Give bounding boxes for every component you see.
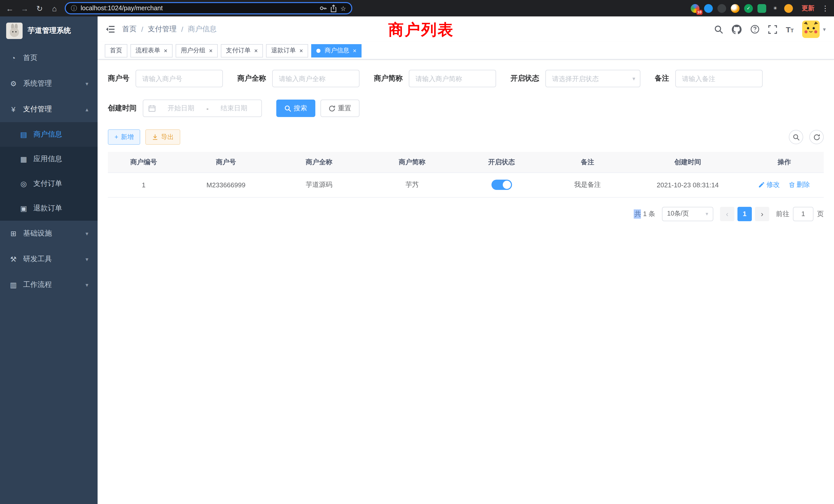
extension-icon-1[interactable]: 10 [691,4,699,13]
field-label: 商户全称 [237,74,266,83]
tab-user-group[interactable]: 用户分组× [176,44,218,57]
date-separator: - [206,105,209,112]
reset-button[interactable]: 重置 [321,99,359,117]
extension-icon-2[interactable] [704,4,713,13]
site-info-icon[interactable]: ⓘ [71,4,77,13]
font-size-large: T [786,25,790,33]
browser-back-icon[interactable]: ← [5,4,14,12]
browser-menu-icon[interactable]: ⋮ [822,4,829,12]
tools-icon: ⚒ [9,255,18,263]
sidebar-item-home[interactable]: ◔ 首页 [0,45,97,71]
merchant-no-input[interactable] [136,70,223,87]
page-size-select[interactable]: 10条/页 ▾ [662,207,713,221]
tab-process-form[interactable]: 流程表单× [130,44,173,57]
merchant-card-icon: ▤ [20,130,28,139]
cell-status [459,173,545,197]
help-icon[interactable] [750,25,760,34]
browser-home-icon[interactable]: ⌂ [50,4,59,12]
address-bar[interactable]: ⓘ localhost:1024/pay/merchant ☆ [65,2,352,14]
chevron-down-icon: ▾ [86,281,88,288]
share-icon[interactable] [330,4,337,12]
search-button[interactable]: 搜索 [276,99,315,117]
sidebar-item-refund-orders[interactable]: ▣ 退款订单 [0,196,97,221]
delete-link[interactable]: 删除 [789,180,810,189]
remark-input[interactable] [675,70,763,87]
status-toggle[interactable] [491,180,512,190]
short-name-input[interactable] [409,70,496,87]
breadcrumb-item[interactable]: 支付管理 [148,25,177,34]
bookmark-star-icon[interactable]: ☆ [341,4,346,12]
app-logo[interactable]: 芋道管理系统 [0,17,97,45]
show-search-button[interactable] [789,130,803,144]
extension-icon-3[interactable] [718,4,726,13]
cell-merchant-no: M233666999 [179,173,272,197]
sidebar-item-workflow[interactable]: ▥ 工作流程 ▾ [0,272,97,298]
export-button[interactable]: 导出 [146,129,180,145]
sidebar-item-pay-orders[interactable]: ◎ 支付订单 [0,171,97,196]
sidebar-item-merchant-info[interactable]: ▤ 商户信息 [0,122,97,147]
browser-toolbar: ← → ↻ ⌂ ⓘ localhost:1024/pay/merchant ☆ … [0,0,834,17]
next-page-button[interactable]: › [755,207,769,221]
sidebar-item-system[interactable]: ⚙ 系统管理 ▾ [0,71,97,96]
extension-icon-8[interactable] [784,4,793,13]
add-button[interactable]: + 新增 [108,129,140,145]
full-name-input[interactable] [272,70,359,87]
page-buttons: ‹ 1 › [720,207,769,221]
sidebar-item-dev-tools[interactable]: ⚒ 研发工具 ▾ [0,246,97,272]
github-icon[interactable] [732,24,742,34]
date-range-picker[interactable]: 开始日期 - 结束日期 [143,99,262,117]
edit-icon [759,182,765,188]
extension-icon-4[interactable] [731,4,740,13]
refresh-icon [813,134,820,140]
breadcrumb-item[interactable]: 首页 [122,25,137,34]
breadcrumb-item-current: 商户信息 [188,25,217,34]
page-number-button[interactable]: 1 [738,207,752,221]
status-select[interactable]: ▾ [545,70,640,87]
tab-label: 用户分组 [181,46,205,55]
close-icon[interactable]: × [254,47,258,54]
tab-pay-orders[interactable]: 支付订单× [221,44,263,57]
status-select-input[interactable] [545,70,640,87]
sidebar-item-app-info[interactable]: ▦ 应用信息 [0,147,97,171]
tab-home[interactable]: 首页 [105,44,127,57]
tab-refund-orders[interactable]: 退款订单× [266,44,308,57]
browser-forward-icon[interactable]: → [20,4,29,12]
table-header-row: 商户编号 商户号 商户全称 商户简称 开启状态 备注 创建时间 操作 [108,152,824,173]
field-label: 商户号 [108,74,129,83]
url-text[interactable]: localhost:1024/pay/merchant [81,5,163,12]
goto-page-input[interactable] [793,207,813,221]
date-start-placeholder[interactable]: 开始日期 [159,104,203,113]
browser-reload-icon[interactable]: ↻ [35,4,44,12]
extension-icon-7[interactable]: ✳ [771,4,780,13]
sidebar-toggle-icon[interactable] [106,25,115,33]
sidebar-item-payment[interactable]: ¥ 支付管理 ▴ [0,96,97,122]
edit-link-label: 修改 [766,180,780,189]
chevron-down-icon: ▾ [86,230,88,237]
sidebar-item-label: 支付管理 [23,105,80,114]
chevron-down-icon: ▾ [706,211,708,216]
date-end-placeholder[interactable]: 结束日期 [212,104,256,113]
font-size-icon[interactable]: TT [786,25,794,33]
prev-page-button[interactable]: ‹ [720,207,734,221]
user-menu[interactable]: ▾ [803,21,826,38]
edit-link[interactable]: 修改 [759,180,780,189]
password-key-icon[interactable] [320,5,327,12]
browser-update-button[interactable]: 更新 [802,4,814,13]
close-icon[interactable]: × [209,47,213,54]
close-icon[interactable]: × [353,47,356,54]
user-avatar[interactable] [803,21,820,38]
font-size-small: T [791,27,794,33]
sidebar-item-label: 支付订单 [34,179,88,188]
extension-icon-5[interactable]: ✓ [744,4,753,13]
close-icon[interactable]: × [300,47,303,54]
sidebar-item-infrastructure[interactable]: ⊞ 基础设施 ▾ [0,221,97,246]
plus-icon: + [114,134,118,141]
extension-icon-6[interactable] [758,4,766,13]
close-icon[interactable]: × [164,47,168,54]
refresh-table-button[interactable] [809,130,824,144]
fullscreen-icon[interactable] [768,25,777,33]
tab-merchant-info[interactable]: 商户信息× [311,44,361,57]
extensions-area: 10 ✓ ✳ 更新 ⋮ [691,4,829,13]
search-icon[interactable] [714,25,723,33]
col-header: 商户全称 [272,152,366,173]
